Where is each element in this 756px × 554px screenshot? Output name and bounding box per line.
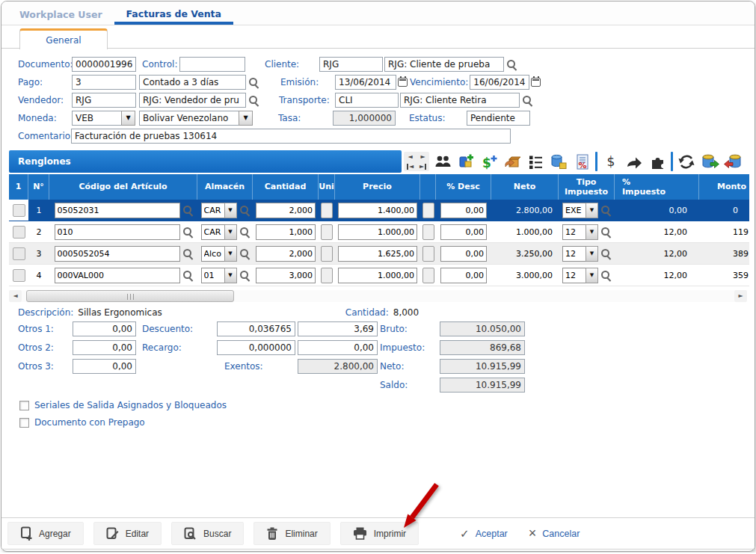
tipo-impuesto-dropdown-icon[interactable]: ▼ xyxy=(586,224,598,240)
grid-row-4[interactable]: 4 ▼ 3.000,00 ▼ 12,00 359 xyxy=(9,265,749,286)
uni-box[interactable] xyxy=(321,224,333,240)
pago-search-icon[interactable] xyxy=(248,77,259,87)
currency-icon[interactable]: $ xyxy=(601,152,621,171)
descuento-monto-input[interactable] xyxy=(298,321,378,336)
moneda-name-dropdown-icon[interactable]: ▼ xyxy=(239,111,253,126)
uni-box[interactable] xyxy=(321,268,333,283)
almacen-dropdown-icon[interactable]: ▼ xyxy=(224,246,237,262)
emision-input[interactable] xyxy=(335,75,396,90)
transporte-search-icon[interactable] xyxy=(522,95,532,105)
descuento-pct-input[interactable] xyxy=(217,321,295,336)
otros1-input[interactable] xyxy=(73,321,136,336)
emision-calendar-icon[interactable] xyxy=(398,78,408,87)
prepago-option[interactable]: Documento con Prepago xyxy=(19,417,755,428)
grid-row-3[interactable]: 3 ▼ 3.250,00 ▼ 12,00 389 xyxy=(9,243,749,265)
blank-box[interactable] xyxy=(422,224,434,240)
complement-icon[interactable] xyxy=(648,152,667,171)
cantidad-input[interactable] xyxy=(256,224,316,240)
almacen-input[interactable] xyxy=(201,246,225,262)
comentario-input[interactable] xyxy=(71,129,511,144)
tipo-impuesto-search-icon[interactable] xyxy=(600,227,611,237)
scrollbar-track[interactable] xyxy=(22,290,734,302)
cliente-search-icon[interactable] xyxy=(506,59,517,70)
blank-box[interactable] xyxy=(422,268,434,283)
pago-code-input[interactable] xyxy=(72,75,136,90)
record-navigation-icons[interactable]: ◄► ◄ ► xyxy=(404,152,429,171)
desc-input[interactable] xyxy=(440,246,487,262)
clients-icon[interactable] xyxy=(433,152,452,171)
tipo-impuesto-input[interactable] xyxy=(562,224,586,240)
buscar-button[interactable]: Buscar xyxy=(171,522,244,545)
price-document-icon[interactable]: % xyxy=(572,152,591,171)
vendedor-name-input[interactable] xyxy=(139,93,246,108)
grid-row-2[interactable]: 2 ▼ 1.000,00 ▼ 12,00 119 xyxy=(9,221,749,243)
row-select-checkbox[interactable] xyxy=(13,269,25,282)
uni-box[interactable] xyxy=(321,246,333,262)
refresh-icon[interactable] xyxy=(677,152,696,171)
database-export-icon[interactable] xyxy=(700,152,719,171)
tipo-impuesto-search-icon[interactable] xyxy=(600,270,611,280)
transporte-code-input[interactable] xyxy=(335,93,399,108)
row-select-checkbox[interactable] xyxy=(13,204,25,217)
otros2-input[interactable] xyxy=(73,340,136,355)
blank-box[interactable] xyxy=(422,246,434,262)
codigo-input[interactable] xyxy=(55,246,180,262)
grid-row-1[interactable]: 1 ▼ 2.800,00 ▼ 0,00 0 xyxy=(9,200,749,221)
recargo-monto-input[interactable] xyxy=(298,340,378,355)
row-select-checkbox[interactable] xyxy=(13,226,25,238)
grid-horizontal-scrollbar[interactable]: ◄ ► xyxy=(9,289,747,302)
tab-facturas-de-venta[interactable]: Facturas de Venta xyxy=(114,3,233,25)
row-select-checkbox[interactable] xyxy=(13,247,25,260)
tipo-impuesto-input[interactable] xyxy=(562,268,586,283)
desc-input[interactable] xyxy=(440,203,487,218)
tipo-impuesto-input[interactable] xyxy=(562,203,586,218)
forward-icon[interactable] xyxy=(624,152,644,171)
tipo-impuesto-input[interactable] xyxy=(562,246,586,262)
codigo-search-icon[interactable] xyxy=(182,270,193,280)
codigo-search-icon[interactable] xyxy=(182,205,193,215)
almacen-search-icon[interactable] xyxy=(239,205,250,215)
seriales-checkbox[interactable] xyxy=(19,401,29,410)
tipo-impuesto-dropdown-icon[interactable]: ▼ xyxy=(586,246,598,262)
database-import-icon[interactable] xyxy=(723,152,743,171)
precio-input[interactable] xyxy=(338,246,417,262)
tab-general[interactable]: General xyxy=(19,28,108,49)
almacen-input[interactable] xyxy=(201,203,225,218)
precio-input[interactable] xyxy=(338,268,417,283)
almacen-dropdown-icon[interactable]: ▼ xyxy=(224,268,237,283)
recargo-pct-input[interactable] xyxy=(217,340,295,355)
pago-name-input[interactable] xyxy=(139,75,246,90)
vencimiento-input[interactable] xyxy=(470,75,529,90)
almacen-input[interactable] xyxy=(201,268,225,283)
codigo-input[interactable] xyxy=(55,203,180,218)
editar-button[interactable]: Editar xyxy=(93,522,162,545)
moneda-code-dropdown-icon[interactable]: ▼ xyxy=(121,111,135,126)
precio-input[interactable] xyxy=(338,224,417,240)
scroll-left-icon[interactable]: ◄ xyxy=(9,290,22,302)
tipo-impuesto-search-icon[interactable] xyxy=(600,248,611,259)
vendedor-search-icon[interactable] xyxy=(248,95,259,105)
vencimiento-calendar-icon[interactable] xyxy=(531,78,541,87)
codigo-search-icon[interactable] xyxy=(182,248,193,259)
cantidad-input[interactable] xyxy=(256,203,316,218)
almacen-input[interactable] xyxy=(201,224,225,240)
uni-box[interactable] xyxy=(321,203,333,218)
cliente-code-input[interactable] xyxy=(319,57,383,72)
moneda-name-input[interactable] xyxy=(139,111,239,126)
cantidad-input[interactable] xyxy=(256,246,316,262)
cantidad-input[interactable] xyxy=(256,268,316,283)
codigo-search-icon[interactable] xyxy=(182,227,193,237)
tipo-impuesto-dropdown-icon[interactable]: ▼ xyxy=(586,203,598,218)
almacen-search-icon[interactable] xyxy=(239,270,250,280)
agregar-button[interactable]: Agregar xyxy=(7,522,84,545)
list-icon[interactable] xyxy=(526,152,545,171)
tipo-impuesto-search-icon[interactable] xyxy=(600,205,611,215)
codigo-input[interactable] xyxy=(55,224,180,240)
seriales-option[interactable]: Seriales de Salida Asignados y Bloqueado… xyxy=(19,400,755,410)
transporte-name-input[interactable] xyxy=(400,93,520,108)
add-price-icon[interactable]: $ xyxy=(479,152,499,171)
tab-workplace-user[interactable]: Workplace User xyxy=(7,4,114,25)
add-article-icon[interactable] xyxy=(456,152,476,171)
desc-input[interactable] xyxy=(440,224,487,240)
precio-input[interactable] xyxy=(338,203,417,218)
